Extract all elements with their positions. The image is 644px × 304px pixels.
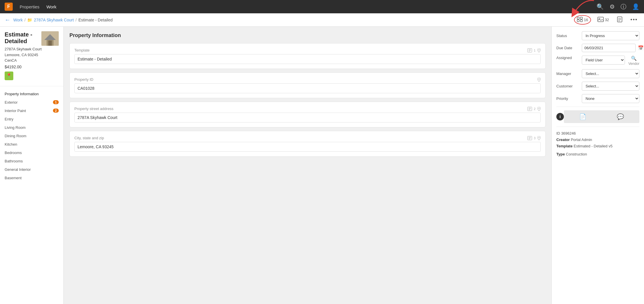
folder-icon: 📁 xyxy=(27,18,32,22)
sidebar-item-label: Kitchen xyxy=(5,142,17,146)
due-date-label: Due Date xyxy=(556,46,579,50)
svg-rect-6 xyxy=(617,17,622,22)
field-label: Property street address2 xyxy=(74,107,541,111)
form-field-input[interactable] xyxy=(74,83,541,93)
type-value: Construction xyxy=(566,152,587,156)
map-icon[interactable]: 📍 xyxy=(5,72,13,80)
back-button[interactable]: ← xyxy=(5,17,10,23)
sidebar-item[interactable]: Bathrooms xyxy=(0,157,63,165)
sidebar-item[interactable]: Bedrooms xyxy=(0,149,63,157)
app-logo[interactable]: F xyxy=(5,3,13,11)
breadcrumb-bar: ← Work / 📁 2787A Skyhawk Court / Estimat… xyxy=(0,13,644,27)
image-view-button[interactable]: 32 xyxy=(596,16,611,24)
grid-icon xyxy=(577,17,583,23)
sidebar-item[interactable]: Living Room xyxy=(0,123,63,132)
field-label: Template1 xyxy=(74,48,541,52)
id-label: ID xyxy=(556,131,560,135)
breadcrumb-sep-2: / xyxy=(76,18,77,22)
field-icons: 2 xyxy=(527,107,541,111)
type-label: Type xyxy=(556,152,565,156)
sidebar-item[interactable]: Property Information xyxy=(0,90,63,98)
document-button[interactable]: 📄 xyxy=(564,110,602,123)
sidebar-item[interactable]: Entry xyxy=(0,115,63,123)
customer-row: Customer Select... xyxy=(556,82,639,91)
sidebar-item[interactable]: Exterior1 xyxy=(0,98,63,107)
status-select[interactable]: In Progress xyxy=(582,31,639,40)
field-icons: 1 xyxy=(527,48,541,52)
status-row: Status In Progress xyxy=(556,31,639,40)
svg-point-18 xyxy=(539,49,540,50)
sidebar-item-label: Bathrooms xyxy=(5,159,23,163)
sidebar-item-label: Dining Room xyxy=(5,134,26,138)
comment-icon: 💬 xyxy=(617,113,624,120)
search-icon[interactable]: 🔍 xyxy=(597,3,604,10)
form-card: Property ID xyxy=(69,72,546,98)
calendar-icon[interactable]: 📅 xyxy=(638,45,644,51)
sidebar-item-label: General Interior xyxy=(5,167,31,172)
doc-view-button[interactable] xyxy=(615,15,624,24)
form-field-input[interactable] xyxy=(74,54,541,64)
form-field-input[interactable] xyxy=(74,142,541,152)
priority-label: Priority xyxy=(556,96,579,101)
more-icon: ••• xyxy=(630,17,638,23)
image-count: 32 xyxy=(605,18,609,22)
sidebar-items: Property InformationExterior1Interior Pa… xyxy=(0,90,63,182)
form-card: Property street address2 xyxy=(69,102,546,127)
property-thumbnail xyxy=(41,31,59,46)
sidebar-item[interactable]: Interior Paint2 xyxy=(0,107,63,115)
action-icons-row: i 📄 💬 xyxy=(556,110,639,123)
sidebar-item-label: Interior Paint xyxy=(5,109,26,113)
document-icon: 📄 xyxy=(579,113,586,120)
breadcrumb-current: Estimate - Detailed xyxy=(78,18,113,22)
info-button[interactable]: i xyxy=(556,110,564,123)
help-icon[interactable]: ⓘ xyxy=(621,3,626,11)
manager-select[interactable]: Select... xyxy=(582,69,639,78)
nav-work[interactable]: Work xyxy=(46,4,56,9)
form-field-input[interactable] xyxy=(74,113,541,122)
id-value: 3696246 xyxy=(561,131,576,135)
template-value: Estimated - Detailed v5 xyxy=(574,144,612,148)
template-label: Template xyxy=(556,144,573,148)
property-address: 2787A Skyhawk Court Lemoore, CA 93245 Ce… xyxy=(5,46,59,63)
sidebar-item[interactable]: Kitchen xyxy=(0,140,63,149)
assigned-row: Assigned Field User 🔍 Vendor xyxy=(556,56,639,66)
doc-icon xyxy=(617,17,622,23)
settings-icon[interactable]: ⚙ xyxy=(610,3,615,10)
sidebar-item[interactable]: Dining Room xyxy=(0,132,63,140)
meta-info: ID 3696246 Creator Portal Admin Template… xyxy=(556,130,639,158)
svg-point-19 xyxy=(539,78,540,79)
creator-value: Portal Admin xyxy=(571,138,592,142)
grid-view-button[interactable]: 16 xyxy=(574,15,591,25)
comment-button[interactable]: 💬 xyxy=(602,110,640,123)
due-date-input[interactable] xyxy=(582,44,636,52)
main-layout: Estimate - Detailed 2787A Skyhawk Court … xyxy=(0,27,644,304)
sidebar-item-label: Living Room xyxy=(5,125,25,130)
breadcrumb-work[interactable]: Work xyxy=(13,18,23,22)
nav-properties[interactable]: Properties xyxy=(20,4,39,9)
customer-label: Customer xyxy=(556,84,579,88)
sidebar-item[interactable]: Basement xyxy=(0,174,63,182)
breadcrumb-property[interactable]: 2787A Skyhawk Court xyxy=(34,18,74,22)
priority-select[interactable]: None xyxy=(582,94,639,103)
svg-point-24 xyxy=(539,108,540,109)
vendor-search-icon[interactable]: 🔍 xyxy=(631,56,637,61)
sidebar-item[interactable]: General Interior xyxy=(0,165,63,174)
field-label: Property ID xyxy=(74,77,541,82)
svg-point-29 xyxy=(539,137,540,138)
image-icon xyxy=(597,17,604,23)
assigned-select[interactable]: Field User xyxy=(582,56,625,65)
more-button[interactable]: ••• xyxy=(629,16,639,24)
due-date-row: Due Date 📅 xyxy=(556,44,639,52)
field-icons xyxy=(537,78,541,82)
left-sidebar: Estimate - Detailed 2787A Skyhawk Court … xyxy=(0,27,64,304)
status-label: Status xyxy=(556,34,579,38)
priority-row: Priority None xyxy=(556,94,639,103)
sidebar-item-label: Exterior xyxy=(5,100,18,105)
svg-rect-3 xyxy=(580,20,582,22)
section-title: Property Information xyxy=(69,32,546,39)
right-panel-divider xyxy=(556,107,639,107)
user-icon[interactable]: 👤 xyxy=(632,3,639,10)
sidebar-item-label: Entry xyxy=(5,117,13,121)
customer-select[interactable]: Select... xyxy=(582,82,639,91)
right-panel-divider-2 xyxy=(556,127,639,127)
